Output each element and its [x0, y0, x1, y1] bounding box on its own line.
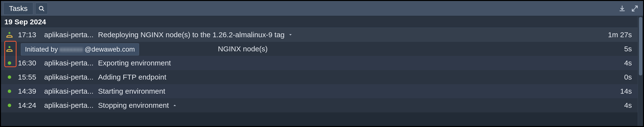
time-cell: 16:30 [18, 59, 44, 67]
task-row[interactable]: 15:55aplikasi-perta...Adding FTP endpoin… [1, 70, 638, 84]
date-header: 19 Sep 2024 [1, 16, 638, 28]
environment-cell: aplikasi-perta... [44, 87, 98, 95]
description-text: Stopping environment [98, 101, 169, 109]
time-cell: 14:39 [18, 87, 44, 95]
duration-cell: 0s [604, 73, 638, 81]
tasks-panel: Tasks [0, 0, 644, 127]
expand-icon [632, 5, 638, 12]
description-cell: NGINX node(s) [98, 45, 604, 53]
description-text: Redeploying NGINX node(s) to the 1.26.2-… [98, 31, 285, 39]
task-row[interactable]: Initiated by xxxxxxx@dewaweb.comNGINX no… [1, 42, 638, 56]
task-list: 19 Sep 2024 17:13aplikasi-perta...Redepl… [1, 16, 638, 126]
status-dot-icon [8, 104, 11, 107]
scrollbar-thumb[interactable] [639, 17, 642, 75]
time-cell: 17:13 [18, 31, 44, 39]
status-dot-icon [8, 61, 11, 65]
duration-cell: 4s [604, 101, 638, 109]
svg-point-6 [8, 32, 10, 34]
vertical-scrollbar[interactable] [638, 16, 643, 126]
status-cell [1, 45, 18, 53]
duration-cell: 5s [604, 45, 638, 53]
initiated-by-human-icon [6, 31, 13, 38]
description-text: NGINX node(s) [218, 45, 268, 53]
svg-point-7 [8, 46, 10, 48]
description-cell: Stopping environment [98, 101, 604, 109]
description-text: Adding FTP endpoint [98, 73, 166, 81]
chevron-up-icon[interactable] [172, 103, 177, 108]
chevron-down-icon[interactable] [288, 32, 293, 37]
search-icon [38, 5, 45, 12]
duration-cell: 14s [604, 87, 638, 95]
search-button[interactable] [35, 3, 48, 14]
download-button[interactable] [619, 5, 626, 12]
svg-line-1 [42, 10, 44, 11]
time-cell: 14:24 [18, 101, 44, 109]
environment-cell: aplikasi-perta... [44, 59, 98, 67]
description-cell: Exporting environment [98, 59, 604, 67]
initiated-by-tooltip: Initiated by xxxxxxx@dewaweb.com [21, 43, 139, 55]
tab-tasks[interactable]: Tasks [4, 2, 33, 15]
description-text: Starting environment [98, 87, 165, 95]
status-dot-icon [8, 75, 11, 79]
description-cell: Redeploying NGINX node(s) to the 1.26.2-… [98, 31, 604, 39]
initiated-by-human-icon [6, 45, 13, 53]
task-row[interactable]: 14:24aplikasi-perta...Stopping environme… [1, 98, 638, 112]
expand-button[interactable] [632, 5, 638, 12]
status-cell [1, 89, 18, 93]
initiated-by-icon [6, 45, 13, 53]
tooltip-suffix: @dewaweb.com [84, 46, 135, 53]
tooltip-user-blurred: xxxxxxx [59, 46, 83, 53]
environment-cell: aplikasi-perta... [44, 73, 98, 81]
panel-header: Tasks [1, 1, 643, 16]
environment-cell: aplikasi-perta... [44, 101, 98, 109]
environment-cell: aplikasi-perta... [44, 31, 98, 39]
status-cell [1, 61, 18, 65]
status-cell [1, 31, 18, 38]
status-dot-icon [8, 89, 11, 93]
download-icon [619, 5, 626, 12]
status-cell [1, 75, 18, 79]
panel-body: 19 Sep 2024 17:13aplikasi-perta...Redepl… [1, 16, 643, 126]
description-cell: Starting environment [98, 87, 604, 95]
duration-cell: 4s [604, 59, 638, 67]
duration-cell: 1m 27s [604, 31, 638, 39]
time-cell: 15:55 [18, 73, 44, 81]
initiated-by-icon [6, 31, 13, 38]
task-row[interactable]: 17:13aplikasi-perta...Redeploying NGINX … [1, 28, 638, 42]
task-row[interactable]: 16:30aplikasi-perta...Exporting environm… [1, 56, 638, 70]
description-cell: Adding FTP endpoint [98, 73, 604, 81]
task-row[interactable]: 14:39aplikasi-perta...Starting environme… [1, 84, 638, 98]
description-text: Exporting environment [98, 59, 171, 67]
status-cell [1, 104, 18, 107]
tooltip-prefix: Initiated by [25, 46, 58, 53]
